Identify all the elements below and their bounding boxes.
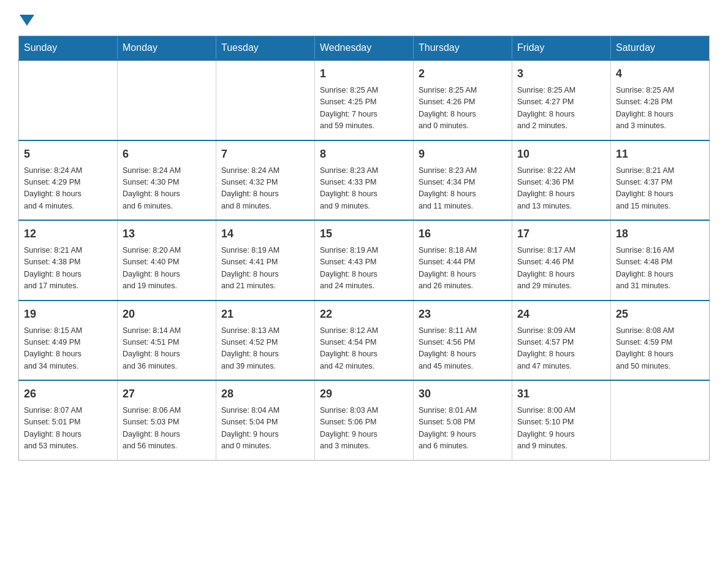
day-info: Sunrise: 8:25 AM Sunset: 4:25 PM Dayligh… [320,85,408,132]
calendar-cell: 25Sunrise: 8:08 AM Sunset: 4:59 PM Dayli… [611,301,710,381]
calendar-cell: 21Sunrise: 8:13 AM Sunset: 4:52 PM Dayli… [216,301,315,381]
day-info: Sunrise: 8:25 AM Sunset: 4:27 PM Dayligh… [517,85,605,132]
day-of-week-header: Monday [118,36,216,61]
day-number: 11 [616,146,704,163]
calendar-cell: 19Sunrise: 8:15 AM Sunset: 4:49 PM Dayli… [19,301,118,381]
day-info: Sunrise: 8:21 AM Sunset: 4:37 PM Dayligh… [616,165,704,213]
day-number: 6 [123,146,211,163]
calendar-cell: 5Sunrise: 8:24 AM Sunset: 4:29 PM Daylig… [19,140,118,221]
logo-triangle-icon [20,15,34,26]
day-number: 7 [221,146,309,163]
calendar-cell: 14Sunrise: 8:19 AM Sunset: 4:41 PM Dayli… [216,220,315,301]
calendar-cell: 3Sunrise: 8:25 AM Sunset: 4:27 PM Daylig… [512,60,611,140]
day-info: Sunrise: 8:25 AM Sunset: 4:26 PM Dayligh… [419,85,507,132]
calendar-cell: 10Sunrise: 8:22 AM Sunset: 4:36 PM Dayli… [512,140,611,221]
calendar-cell: 17Sunrise: 8:17 AM Sunset: 4:46 PM Dayli… [512,220,611,301]
day-number: 20 [123,306,211,323]
day-info: Sunrise: 8:04 AM Sunset: 5:04 PM Dayligh… [221,405,309,453]
day-info: Sunrise: 8:21 AM Sunset: 4:38 PM Dayligh… [24,245,112,293]
day-info: Sunrise: 8:08 AM Sunset: 4:59 PM Dayligh… [616,325,704,373]
calendar-cell: 15Sunrise: 8:19 AM Sunset: 4:43 PM Dayli… [315,220,414,301]
day-number: 19 [24,306,112,323]
calendar-cell [611,380,710,460]
day-of-week-header: Saturday [611,36,710,61]
calendar-cell: 22Sunrise: 8:12 AM Sunset: 4:54 PM Dayli… [315,301,414,381]
calendar-cell: 30Sunrise: 8:01 AM Sunset: 5:08 PM Dayli… [414,380,512,460]
day-info: Sunrise: 8:23 AM Sunset: 4:33 PM Dayligh… [320,165,408,213]
day-info: Sunrise: 8:01 AM Sunset: 5:08 PM Dayligh… [419,405,507,453]
day-number: 2 [419,66,507,82]
calendar-cell: 23Sunrise: 8:11 AM Sunset: 4:56 PM Dayli… [414,301,512,381]
calendar-cell: 16Sunrise: 8:18 AM Sunset: 4:44 PM Dayli… [414,220,512,301]
calendar-table: SundayMondayTuesdayWednesdayThursdayFrid… [18,36,710,461]
day-of-week-header: Tuesday [216,36,315,61]
day-info: Sunrise: 8:06 AM Sunset: 5:03 PM Dayligh… [123,405,211,453]
day-of-week-header: Friday [512,36,611,61]
day-number: 9 [419,146,507,163]
day-number: 3 [517,66,605,82]
day-number: 16 [419,226,507,242]
day-number: 8 [320,146,408,163]
day-info: Sunrise: 8:20 AM Sunset: 4:40 PM Dayligh… [123,245,211,293]
calendar-cell: 2Sunrise: 8:25 AM Sunset: 4:26 PM Daylig… [414,60,512,140]
day-number: 15 [320,226,408,242]
calendar-cell: 11Sunrise: 8:21 AM Sunset: 4:37 PM Dayli… [611,140,710,221]
day-number: 31 [517,386,605,402]
calendar-week-row: 12Sunrise: 8:21 AM Sunset: 4:38 PM Dayli… [19,220,710,301]
day-info: Sunrise: 8:07 AM Sunset: 5:01 PM Dayligh… [24,405,112,453]
calendar-cell: 31Sunrise: 8:00 AM Sunset: 5:10 PM Dayli… [512,380,611,460]
day-number: 5 [24,146,112,163]
calendar-cell: 26Sunrise: 8:07 AM Sunset: 5:01 PM Dayli… [19,380,118,460]
day-info: Sunrise: 8:03 AM Sunset: 5:06 PM Dayligh… [320,405,408,453]
calendar-cell: 1Sunrise: 8:25 AM Sunset: 4:25 PM Daylig… [315,60,414,140]
day-number: 14 [221,226,309,242]
day-number: 10 [517,146,605,163]
calendar-cell: 18Sunrise: 8:16 AM Sunset: 4:48 PM Dayli… [611,220,710,301]
calendar-week-row: 1Sunrise: 8:25 AM Sunset: 4:25 PM Daylig… [19,60,710,140]
calendar-cell: 7Sunrise: 8:24 AM Sunset: 4:32 PM Daylig… [216,140,315,221]
day-info: Sunrise: 8:22 AM Sunset: 4:36 PM Dayligh… [517,165,605,213]
day-of-week-header: Sunday [19,36,118,61]
calendar-week-row: 19Sunrise: 8:15 AM Sunset: 4:49 PM Dayli… [19,301,710,381]
calendar-cell [118,60,216,140]
day-info: Sunrise: 8:19 AM Sunset: 4:43 PM Dayligh… [320,245,408,293]
day-info: Sunrise: 8:15 AM Sunset: 4:49 PM Dayligh… [24,325,112,373]
calendar-header-row: SundayMondayTuesdayWednesdayThursdayFrid… [19,36,710,61]
day-number: 29 [320,386,408,402]
calendar-cell [19,60,118,140]
day-info: Sunrise: 8:00 AM Sunset: 5:10 PM Dayligh… [517,405,605,453]
calendar-cell: 27Sunrise: 8:06 AM Sunset: 5:03 PM Dayli… [118,380,216,460]
calendar-cell: 9Sunrise: 8:23 AM Sunset: 4:34 PM Daylig… [414,140,512,221]
logo [18,12,34,23]
day-number: 4 [616,66,704,82]
day-info: Sunrise: 8:18 AM Sunset: 4:44 PM Dayligh… [419,245,507,293]
day-number: 18 [616,226,704,242]
calendar-cell: 20Sunrise: 8:14 AM Sunset: 4:51 PM Dayli… [118,301,216,381]
calendar-cell [216,60,315,140]
day-info: Sunrise: 8:17 AM Sunset: 4:46 PM Dayligh… [517,245,605,293]
calendar-cell: 24Sunrise: 8:09 AM Sunset: 4:57 PM Dayli… [512,301,611,381]
calendar-week-row: 5Sunrise: 8:24 AM Sunset: 4:29 PM Daylig… [19,140,710,221]
day-info: Sunrise: 8:24 AM Sunset: 4:29 PM Dayligh… [24,165,112,213]
day-number: 1 [320,66,408,82]
day-info: Sunrise: 8:25 AM Sunset: 4:28 PM Dayligh… [616,85,704,132]
day-info: Sunrise: 8:24 AM Sunset: 4:32 PM Dayligh… [221,165,309,213]
day-info: Sunrise: 8:13 AM Sunset: 4:52 PM Dayligh… [221,325,309,373]
day-info: Sunrise: 8:19 AM Sunset: 4:41 PM Dayligh… [221,245,309,293]
day-number: 22 [320,306,408,323]
day-of-week-header: Thursday [414,36,512,61]
day-info: Sunrise: 8:14 AM Sunset: 4:51 PM Dayligh… [123,325,211,373]
day-info: Sunrise: 8:24 AM Sunset: 4:30 PM Dayligh… [123,165,211,213]
calendar-cell: 6Sunrise: 8:24 AM Sunset: 4:30 PM Daylig… [118,140,216,221]
calendar-cell: 8Sunrise: 8:23 AM Sunset: 4:33 PM Daylig… [315,140,414,221]
day-number: 24 [517,306,605,323]
day-number: 12 [24,226,112,242]
day-number: 30 [419,386,507,402]
page-header [18,12,710,23]
day-info: Sunrise: 8:12 AM Sunset: 4:54 PM Dayligh… [320,325,408,373]
calendar-cell: 28Sunrise: 8:04 AM Sunset: 5:04 PM Dayli… [216,380,315,460]
day-number: 27 [123,386,211,402]
calendar-cell: 13Sunrise: 8:20 AM Sunset: 4:40 PM Dayli… [118,220,216,301]
day-number: 28 [221,386,309,402]
day-info: Sunrise: 8:09 AM Sunset: 4:57 PM Dayligh… [517,325,605,373]
